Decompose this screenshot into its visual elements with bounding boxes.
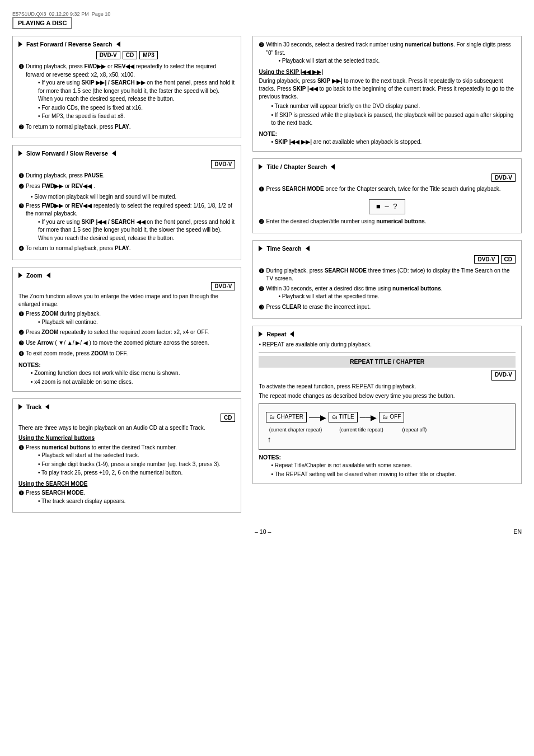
ts-step2: Within 30 seconds, enter a desired disc … xyxy=(266,285,442,292)
zoom-step4: To exit zoom mode, press ZOOM to OFF. xyxy=(26,350,128,356)
repeat-notes-label: NOTES: xyxy=(259,453,516,462)
track-continued-section: ❷ Within 30 seconds, select a desired tr… xyxy=(252,36,522,152)
ts-step3: Press CLEAR to erase the incorrect input… xyxy=(266,304,371,310)
step-num: ❶ xyxy=(18,172,24,181)
track-search-title: Using the SEARCH MODE xyxy=(18,480,235,489)
track-search-step1: Press SEARCH MODE. xyxy=(26,490,85,496)
track-intro: There are three ways to begin playback o… xyxy=(18,424,235,432)
page-section-title: PLAYING A DISC xyxy=(18,20,67,26)
zoom-note1: • Zooming function does not work while d… xyxy=(31,369,235,378)
step-num: ❹ xyxy=(18,245,24,253)
step-num: ❶ xyxy=(18,489,24,498)
badge-dvdv-slow: DVD-V xyxy=(211,160,235,168)
fast-forward-title: Fast Forward / Reverse Search xyxy=(18,41,120,48)
slow-step3: Press FWD▶▶ or REV◀◀ repeatedly to selec… xyxy=(26,203,232,217)
ff-step1: During playback, press FWD▶▶ or REV◀◀ re… xyxy=(26,63,216,78)
slow-step1: During playback, press PAUSE. xyxy=(26,172,105,179)
track-step1: Press numerical buttons to enter the des… xyxy=(26,444,177,450)
slow-forward-section: Slow Forward / Slow Reverse DVD-V ❶ Duri… xyxy=(12,145,241,260)
note-label: NOTE: xyxy=(259,130,516,138)
step-num: ❷ xyxy=(18,123,24,132)
ff-step2: To return to normal playback, press PLAY… xyxy=(26,124,131,130)
step-num: ❷ xyxy=(259,218,264,227)
badge-cd-track: CD xyxy=(221,414,235,422)
step-num: ❷ xyxy=(259,41,264,50)
badge-dvdv-zoom: DVD-V xyxy=(211,282,235,290)
badge-dvdv-tc: DVD-V xyxy=(491,173,516,182)
slow-step2: Press FWD▶▶ or REV◀◀ . xyxy=(26,183,95,189)
badge-cd: CD xyxy=(123,51,137,59)
repeat-body: To activate the repeat function, press R… xyxy=(259,383,516,391)
tc-step1: Press SEARCH MODE once for the Chapter s… xyxy=(266,186,500,192)
zoom-step3: Use Arrow ( ▼/ ▲/ ▶/ ◀ ) to move the zoo… xyxy=(26,340,209,346)
title-chapter-title: Title / Chapter Search xyxy=(259,163,335,170)
step-num: ❷ xyxy=(18,328,24,337)
repeat-arrow-up: ↑ xyxy=(267,434,508,445)
step-num: ❶ xyxy=(259,185,264,194)
step-num: ❶ xyxy=(18,310,24,319)
track-step2: Within 30 seconds, select a desired trac… xyxy=(266,41,510,56)
tc-display: ■ – ? xyxy=(369,199,406,214)
repeat-chapter-box: 🗂 CHAPTER xyxy=(266,412,307,422)
arrow2: ──▶ xyxy=(360,412,377,423)
title-chapter-section: Title / Chapter Search DVD-V ❶ Press SEA… xyxy=(252,158,522,233)
step-num: ❷ xyxy=(259,285,264,294)
repeat-intro: • REPEAT are available only during playb… xyxy=(259,341,516,349)
zoom-step1: Press ZOOM during playback. xyxy=(26,311,101,317)
fast-forward-section: Fast Forward / Reverse Search DVD-V CD M… xyxy=(12,36,241,138)
repeat-note2: • The REPEAT setting will be cleared whe… xyxy=(271,471,516,479)
ts-step1: During playback, press SEARCH MODE three… xyxy=(266,267,509,282)
repeat-title-box: 🗂 TITLE xyxy=(329,412,358,422)
repeat-title: Repeat xyxy=(259,331,294,337)
time-search-title: Time Search xyxy=(259,245,309,252)
badge-cd-ts: CD xyxy=(501,255,516,264)
zoom-title: Zoom xyxy=(18,272,50,279)
slow-forward-title: Slow Forward / Slow Reverse xyxy=(18,150,116,157)
zoom-intro: The Zoom function allows you to enlarge … xyxy=(18,293,235,308)
repeat-sub-title: REPEAT TITLE / CHAPTER xyxy=(259,356,516,368)
step-num: ❸ xyxy=(18,339,24,348)
badge-dvdv: DVD-V xyxy=(96,51,120,59)
zoom-note2: • x4 zoom is not available on some discs… xyxy=(31,378,235,387)
skip-bullet1: • Track number will appear briefly on th… xyxy=(271,102,516,111)
arrow1: ──▶ xyxy=(309,412,326,423)
step-num: ❶ xyxy=(18,63,24,72)
page-lang: EN xyxy=(513,528,522,535)
slow-step4: To return to normal playback, press PLAY… xyxy=(26,245,131,251)
badge-mp3: MP3 xyxy=(139,51,158,59)
track-numerical-title: Using the Numerical buttons xyxy=(18,434,235,443)
repeat-flow: 🗂 CHAPTER ──▶ 🗂 TITLE ──▶ 🗂 OFF xyxy=(266,412,508,423)
repeat-section: Repeat • REPEAT are available only durin… xyxy=(252,326,522,485)
repeat-body2: The repeat mode changes as described bel… xyxy=(259,392,516,400)
skip-bullet2: • If SKIP is pressed while the playback … xyxy=(271,111,516,128)
page-header: E57S1UD.QX3 02.12.20 9:32 PM Page 10 xyxy=(12,10,522,17)
notes-label: NOTES: xyxy=(18,361,235,369)
page-number: – 10 – xyxy=(255,528,271,535)
step-num: ❶ xyxy=(259,267,264,276)
step-num: ❹ xyxy=(18,350,24,359)
skip-note: • SKIP |◀◀ ▶▶| are not available when pl… xyxy=(271,138,516,147)
step-num: ❶ xyxy=(18,444,24,453)
file-info: E57S1UD.QX3 02.12.20 9:32 PM Page 10 xyxy=(12,11,110,17)
time-search-section: Time Search DVD-V CD ❶ During playback, … xyxy=(252,240,522,319)
step-num: ❸ xyxy=(18,202,24,211)
track-title: Track xyxy=(18,403,49,410)
skip-intro: During playback, press SKIP ▶▶| to move … xyxy=(259,77,516,101)
repeat-note1: • Repeat Title/Chapter is not available … xyxy=(271,462,516,470)
badge-dvdv-repeat: DVD-V xyxy=(491,370,516,381)
repeat-annotations: (current chapter repeat) (current title … xyxy=(266,426,508,434)
tc-step2: Enter the desired chapter/title number u… xyxy=(266,218,426,224)
skip-title: Using the SKIP |◀◀ ▶▶| xyxy=(259,68,516,77)
repeat-off-box: 🗂 OFF xyxy=(379,412,404,422)
page-footer: – 10 – EN xyxy=(12,528,522,535)
zoom-section: Zoom DVD-V The Zoom function allows you … xyxy=(12,267,241,392)
step-num: ❷ xyxy=(18,182,24,191)
zoom-step2: Press ZOOM repeatedly to select the requ… xyxy=(26,329,209,335)
track-section: Track CD There are three ways to begin p… xyxy=(12,398,241,513)
badge-dvdv-ts: DVD-V xyxy=(474,255,498,264)
step-num: ❸ xyxy=(259,303,264,312)
